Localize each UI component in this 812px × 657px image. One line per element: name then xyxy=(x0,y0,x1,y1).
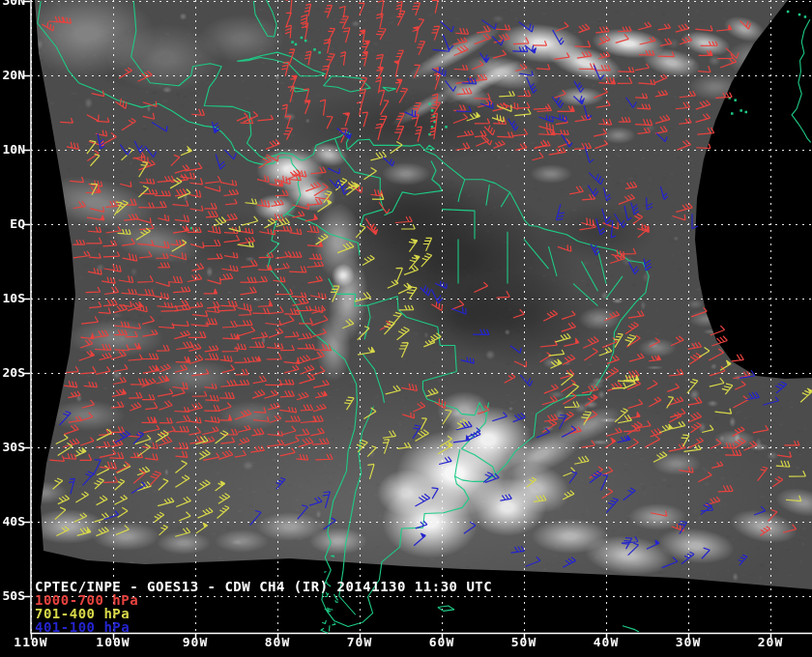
lat-label-30s: 30S xyxy=(0,441,25,454)
goes13-wind-map: 30N 20N 10N EQ 10S 20S 30S 40S 50S 110W … xyxy=(0,0,812,657)
lon-label-30w: 30W xyxy=(659,636,717,649)
lon-label-110w: 110W xyxy=(2,636,60,649)
lat-label-10n: 10N xyxy=(0,143,25,157)
legend-level-mid: 701-400 hPa xyxy=(35,607,130,620)
lon-label-70w: 70W xyxy=(331,636,389,649)
satellite-map-canvas xyxy=(0,0,812,657)
lat-label-eq: EQ xyxy=(0,217,25,231)
lon-label-80w: 80W xyxy=(248,636,306,649)
lat-label-30n: 30N xyxy=(0,0,25,8)
lon-label-50w: 50W xyxy=(495,636,553,649)
legend-level-low: 1000-700 hPa xyxy=(35,593,138,607)
lat-label-50s: 50S xyxy=(0,589,25,603)
legend-level-high: 401-100 hPa xyxy=(35,620,130,634)
lon-label-40w: 40W xyxy=(577,636,635,649)
lat-label-20n: 20N xyxy=(0,69,25,82)
lon-label-90w: 90W xyxy=(166,636,224,649)
lat-label-10s: 10S xyxy=(0,292,25,305)
lon-label-60w: 60W xyxy=(413,636,471,649)
map-title: CPTEC/INPE - GOES13 - CDW CH4 (IR) 20141… xyxy=(35,580,492,593)
lon-label-20w: 20W xyxy=(741,636,799,649)
lon-label-100w: 100W xyxy=(84,636,142,649)
lat-label-40s: 40S xyxy=(0,515,25,528)
lat-label-20s: 20S xyxy=(0,366,25,380)
